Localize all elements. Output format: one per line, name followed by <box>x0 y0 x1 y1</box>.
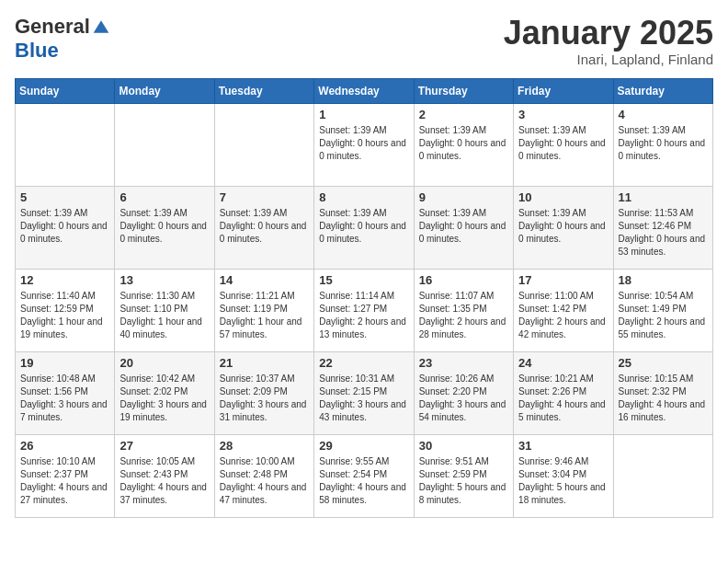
day-number: 15 <box>319 273 408 287</box>
day-info: Sunrise: 10:00 AMSunset: 2:48 PMDaylight… <box>220 455 309 507</box>
calendar-cell: 13Sunrise: 11:30 AMSunset: 1:10 PMDaylig… <box>115 269 214 351</box>
day-info: Sunset: 1:39 AMDaylight: 0 hours and 0 m… <box>419 124 508 163</box>
day-number: 28 <box>220 439 309 453</box>
calendar-cell: 27Sunrise: 10:05 AMSunset: 2:43 PMDaylig… <box>115 434 214 517</box>
day-number: 24 <box>518 356 608 370</box>
day-number: 4 <box>619 108 708 121</box>
calendar-week-1: 1Sunset: 1:39 AMDaylight: 0 hours and 0 … <box>16 103 713 186</box>
day-number: 2 <box>419 108 508 121</box>
day-info: Sunrise: 11:00 AMSunset: 1:42 PMDaylight… <box>518 290 608 341</box>
day-info: Sunrise: 11:07 AMSunset: 1:35 PMDaylight… <box>419 290 508 341</box>
calendar-week-2: 5Sunset: 1:39 AMDaylight: 0 hours and 0 … <box>16 186 713 269</box>
logo-icon <box>92 17 110 36</box>
logo-blue-text: Blue <box>15 39 59 63</box>
weekday-row: SundayMondayTuesdayWednesdayThursdayFrid… <box>16 78 713 103</box>
calendar-cell: 4Sunset: 1:39 AMDaylight: 0 hours and 0 … <box>613 103 712 186</box>
day-number: 20 <box>119 356 209 370</box>
calendar-cell: 3Sunset: 1:39 AMDaylight: 0 hours and 0 … <box>514 103 613 186</box>
weekday-header-monday: Monday <box>115 78 214 103</box>
calendar-cell <box>214 103 313 186</box>
day-info: Sunrise: 9:51 AMSunset: 2:59 PMDaylight:… <box>419 455 508 507</box>
day-info: Sunrise: 10:31 AMSunset: 2:15 PMDaylight… <box>319 373 408 424</box>
calendar-cell: 8Sunset: 1:39 AMDaylight: 0 hours and 0 … <box>314 186 414 269</box>
day-info: Sunrise: 10:21 AMSunset: 2:26 PMDaylight… <box>518 373 608 424</box>
day-info: Sunrise: 10:42 AMSunset: 2:02 PMDaylight… <box>119 373 209 424</box>
calendar-cell: 22Sunrise: 10:31 AMSunset: 2:15 PMDaylig… <box>314 351 414 434</box>
day-info: Sunrise: 10:54 AMSunset: 1:49 PMDaylight… <box>619 290 708 341</box>
day-number: 22 <box>319 356 408 370</box>
day-info: Sunrise: 10:05 AMSunset: 2:43 PMDaylight… <box>119 455 209 507</box>
calendar-cell: 7Sunset: 1:39 AMDaylight: 0 hours and 0 … <box>214 186 313 269</box>
logo: General Blue <box>15 15 110 63</box>
day-info: Sunset: 1:39 AMDaylight: 0 hours and 0 m… <box>220 207 309 246</box>
calendar-cell: 2Sunset: 1:39 AMDaylight: 0 hours and 0 … <box>414 103 513 186</box>
day-number: 30 <box>419 439 508 453</box>
day-number: 29 <box>319 439 408 453</box>
day-info: Sunrise: 11:30 AMSunset: 1:10 PMDaylight… <box>119 290 209 341</box>
calendar-cell: 19Sunrise: 10:48 AMSunset: 1:56 PMDaylig… <box>16 351 115 434</box>
day-number: 31 <box>518 439 608 453</box>
day-number: 18 <box>619 273 708 287</box>
calendar-cell <box>16 103 115 186</box>
weekday-header-tuesday: Tuesday <box>214 78 313 103</box>
day-number: 1 <box>319 108 408 121</box>
weekday-header-friday: Friday <box>514 78 613 103</box>
calendar-cell <box>613 434 712 517</box>
calendar-cell: 31Sunrise: 9:46 AMSunset: 3:04 PMDayligh… <box>514 434 613 517</box>
day-number: 13 <box>119 273 209 287</box>
day-number: 23 <box>419 356 508 370</box>
day-info: Sunrise: 9:46 AMSunset: 3:04 PMDaylight:… <box>518 455 608 507</box>
day-number: 3 <box>518 108 608 121</box>
calendar-subtitle: Inari, Lapland, Finland <box>504 52 713 67</box>
calendar-cell: 6Sunset: 1:39 AMDaylight: 0 hours and 0 … <box>115 186 214 269</box>
calendar-cell: 28Sunrise: 10:00 AMSunset: 2:48 PMDaylig… <box>214 434 313 517</box>
day-number: 9 <box>419 190 508 204</box>
calendar-cell: 21Sunrise: 10:37 AMSunset: 2:09 PMDaylig… <box>214 351 313 434</box>
calendar-cell: 10Sunset: 1:39 AMDaylight: 0 hours and 0… <box>514 186 613 269</box>
day-number: 11 <box>619 190 708 204</box>
calendar-cell: 29Sunrise: 9:55 AMSunset: 2:54 PMDayligh… <box>314 434 414 517</box>
day-info: Sunrise: 10:48 AMSunset: 1:56 PMDaylight… <box>20 373 109 424</box>
day-info: Sunrise: 11:53 AMSunset: 12:46 PMDayligh… <box>619 207 708 259</box>
day-number: 5 <box>20 190 109 204</box>
calendar-cell: 26Sunrise: 10:10 AMSunset: 2:37 PMDaylig… <box>16 434 115 517</box>
day-number: 17 <box>518 273 608 287</box>
day-number: 6 <box>119 190 209 204</box>
calendar-cell: 16Sunrise: 11:07 AMSunset: 1:35 PMDaylig… <box>414 269 513 351</box>
calendar-cell: 9Sunset: 1:39 AMDaylight: 0 hours and 0 … <box>414 186 513 269</box>
calendar-cell: 23Sunrise: 10:26 AMSunset: 2:20 PMDaylig… <box>414 351 513 434</box>
calendar-table: SundayMondayTuesdayWednesdayThursdayFrid… <box>15 78 713 518</box>
page-header: General Blue January 2025 Inari, Lapland… <box>15 15 713 67</box>
day-number: 10 <box>518 190 608 204</box>
calendar-cell: 11Sunrise: 11:53 AMSunset: 12:46 PMDayli… <box>613 186 712 269</box>
calendar-cell: 25Sunrise: 10:15 AMSunset: 2:32 PMDaylig… <box>613 351 712 434</box>
day-info: Sunset: 1:39 AMDaylight: 0 hours and 0 m… <box>419 207 508 246</box>
day-info: Sunrise: 11:40 AMSunset: 12:59 PMDayligh… <box>20 290 109 341</box>
day-info: Sunrise: 9:55 AMSunset: 2:54 PMDaylight:… <box>319 455 408 507</box>
calendar-cell: 14Sunrise: 11:21 AMSunset: 1:19 PMDaylig… <box>214 269 313 351</box>
calendar-cell: 15Sunrise: 11:14 AMSunset: 1:27 PMDaylig… <box>314 269 414 351</box>
svg-marker-0 <box>94 20 109 32</box>
calendar-title: January 2025 <box>504 15 713 52</box>
weekday-header-wednesday: Wednesday <box>314 78 414 103</box>
weekday-header-saturday: Saturday <box>613 78 712 103</box>
calendar-cell: 12Sunrise: 11:40 AMSunset: 12:59 PMDayli… <box>16 269 115 351</box>
calendar-cell: 20Sunrise: 10:42 AMSunset: 2:02 PMDaylig… <box>115 351 214 434</box>
calendar-cell: 18Sunrise: 10:54 AMSunset: 1:49 PMDaylig… <box>613 269 712 351</box>
day-number: 27 <box>119 439 209 453</box>
calendar-cell: 5Sunset: 1:39 AMDaylight: 0 hours and 0 … <box>16 186 115 269</box>
day-number: 25 <box>619 356 708 370</box>
calendar-cell <box>115 103 214 186</box>
day-number: 8 <box>319 190 408 204</box>
day-info: Sunset: 1:39 AMDaylight: 0 hours and 0 m… <box>619 124 708 163</box>
day-info: Sunrise: 10:10 AMSunset: 2:37 PMDaylight… <box>20 455 109 507</box>
day-info: Sunrise: 10:15 AMSunset: 2:32 PMDaylight… <box>619 373 708 424</box>
day-info: Sunset: 1:39 AMDaylight: 0 hours and 0 m… <box>319 124 408 163</box>
day-number: 19 <box>20 356 109 370</box>
day-number: 16 <box>419 273 508 287</box>
calendar-cell: 1Sunset: 1:39 AMDaylight: 0 hours and 0 … <box>314 103 414 186</box>
weekday-header-thursday: Thursday <box>414 78 513 103</box>
day-info: Sunset: 1:39 AMDaylight: 0 hours and 0 m… <box>20 207 109 246</box>
calendar-body: 1Sunset: 1:39 AMDaylight: 0 hours and 0 … <box>16 103 713 517</box>
day-info: Sunrise: 11:21 AMSunset: 1:19 PMDaylight… <box>220 290 309 341</box>
